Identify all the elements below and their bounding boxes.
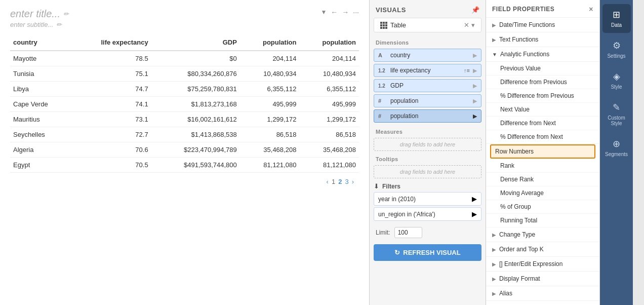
field-name-population1: population bbox=[390, 97, 470, 104]
table-cell: 204,114 bbox=[240, 51, 300, 66]
dimension-field-gdp[interactable]: 1.2 GDP ▶ bbox=[374, 79, 481, 92]
table-cell: 75.1 bbox=[71, 66, 151, 82]
page-next[interactable]: › bbox=[352, 178, 354, 185]
table-row: Mayotte78.5$0204,114204,114 bbox=[10, 51, 359, 66]
dimension-field-country[interactable]: A country ▶ bbox=[374, 49, 481, 62]
section-analytic[interactable]: ▼ Analytic Functions bbox=[486, 47, 599, 62]
table-row: Algeria70.6$223,470,994,78935,468,20835,… bbox=[10, 142, 359, 158]
page-2-current[interactable]: 2 bbox=[338, 178, 342, 185]
tab-segments[interactable]: ⊕ Segments bbox=[602, 133, 631, 162]
tab-settings[interactable]: ⚙ Settings bbox=[602, 35, 631, 64]
analytic-rank[interactable]: Rank bbox=[486, 159, 599, 173]
table-cell: Egypt bbox=[10, 158, 71, 173]
visuals-panel: VISUALS 📌 Table ✕ ▾ Dimensions A country… bbox=[370, 0, 486, 305]
more-options-icon[interactable]: ··· bbox=[353, 8, 359, 16]
section-display-format[interactable]: ▶ Display Format bbox=[486, 272, 599, 286]
tooltips-drag-area[interactable]: drag fields to add here bbox=[374, 165, 481, 178]
tab-style[interactable]: ◈ Style bbox=[602, 66, 631, 95]
chart-type-selector[interactable]: Table ✕ ▾ bbox=[374, 18, 481, 32]
field-expand-arrow[interactable]: ▶ bbox=[473, 67, 477, 74]
viz-title[interactable]: enter title... bbox=[10, 8, 60, 20]
table-row: Egypt70.5$491,593,744,80081,121,08081,12… bbox=[10, 158, 359, 173]
field-expand-arrow[interactable]: ▶ bbox=[473, 113, 477, 120]
field-expand-arrow[interactable]: ▶ bbox=[473, 83, 477, 89]
settings-tab-icon: ⚙ bbox=[613, 40, 621, 51]
filter-region[interactable]: un_region in ('Africa') ▶ bbox=[374, 207, 481, 221]
table-header-cell: life expectancy bbox=[71, 34, 151, 51]
table-cell: 70.6 bbox=[71, 142, 151, 158]
section-alias-label: Alias bbox=[499, 290, 512, 297]
dimension-field-population2[interactable]: # population ▶ bbox=[374, 109, 481, 123]
tab-custom-style[interactable]: ✎ Custom Style bbox=[602, 97, 631, 131]
table-header-cell: population bbox=[240, 34, 300, 51]
field-sort-icon[interactable]: ↑≡ bbox=[464, 67, 470, 73]
dimension-field-population1[interactable]: # population ▶ bbox=[374, 94, 481, 107]
page-prev[interactable]: ‹ bbox=[327, 178, 329, 185]
field-type-icon-hash2: # bbox=[378, 113, 387, 119]
analytic-previous-value[interactable]: Previous Value bbox=[486, 62, 599, 75]
analytic-diff-next[interactable]: Difference from Next bbox=[486, 117, 599, 130]
table-cell: $80,334,260,876 bbox=[151, 66, 240, 82]
viz-controls: ▼ ← → ··· bbox=[320, 8, 359, 16]
table-header-cell: population bbox=[299, 34, 359, 51]
edit-subtitle-icon[interactable]: ✏ bbox=[56, 21, 62, 28]
page-3[interactable]: 3 bbox=[345, 178, 348, 185]
section-alias[interactable]: ▶ Alias bbox=[486, 286, 599, 301]
table-cell: $491,593,744,800 bbox=[151, 158, 240, 173]
table-cell: 1,299,172 bbox=[299, 112, 359, 127]
chevron-down-icon[interactable]: ▾ bbox=[471, 21, 475, 29]
viz-header: enter title... ✏ enter subtitle... ✏ ▼ ←… bbox=[10, 8, 359, 28]
page-1[interactable]: 1 bbox=[332, 178, 335, 185]
analytic-pct-of-group[interactable]: % of Group bbox=[486, 200, 599, 214]
measures-drag-area[interactable]: drag fields to add here bbox=[374, 138, 481, 151]
field-expand-arrow[interactable]: ▶ bbox=[473, 98, 477, 104]
section-datetime[interactable]: ▶ Date/Time Functions bbox=[486, 18, 599, 32]
limit-input[interactable] bbox=[394, 227, 422, 238]
dimension-field-life-expectancy[interactable]: 1.2 life expectancy ↑≡ ▶ bbox=[374, 64, 481, 77]
section-order-topk[interactable]: ▶ Order and Top K bbox=[486, 242, 599, 257]
field-type-icon-hash: # bbox=[378, 98, 387, 104]
table-cell: 86,518 bbox=[299, 127, 359, 142]
tab-data[interactable]: ⊞ Data bbox=[602, 4, 631, 33]
section-text[interactable]: ▶ Text Functions bbox=[486, 32, 599, 47]
table-cell: $223,470,994,789 bbox=[151, 142, 240, 158]
filter-arrow-icon[interactable]: ▶ bbox=[472, 195, 477, 203]
field-name-population2: population bbox=[390, 112, 470, 120]
edit-title-icon[interactable]: ✏ bbox=[63, 10, 69, 18]
limit-row: Limit: bbox=[370, 223, 486, 240]
analytic-moving-average[interactable]: Moving Average bbox=[486, 186, 599, 200]
visuals-header: VISUALS 📌 bbox=[370, 0, 486, 18]
section-display-format-label: Display Format bbox=[499, 275, 540, 282]
visuals-pin-icon[interactable]: 📌 bbox=[471, 6, 480, 14]
section-text-arrow: ▶ bbox=[492, 37, 496, 43]
measures-label: Measures bbox=[370, 127, 486, 137]
field-type-icon-num2: 1.2 bbox=[378, 83, 387, 89]
filter-year[interactable]: year in (2010) ▶ bbox=[374, 192, 481, 206]
segments-tab-icon: ⊕ bbox=[613, 138, 620, 149]
filter-arrow-icon2[interactable]: ▶ bbox=[472, 210, 477, 218]
section-change-type[interactable]: ▶ Change Type bbox=[486, 227, 599, 242]
arrow-right-icon[interactable]: → bbox=[342, 8, 349, 16]
table-cell: 70.5 bbox=[71, 158, 151, 173]
table-cell: 35,468,208 bbox=[299, 142, 359, 158]
table-cell: 495,999 bbox=[240, 97, 300, 112]
viz-subtitle[interactable]: enter subtitle... bbox=[10, 21, 53, 28]
field-expand-arrow[interactable]: ▶ bbox=[473, 52, 477, 59]
analytic-next-value[interactable]: Next Value bbox=[486, 103, 599, 117]
arrow-left-icon[interactable]: ← bbox=[331, 8, 338, 16]
analytic-pct-diff-next[interactable]: % Difference from Next bbox=[486, 130, 599, 144]
analytic-row-numbers[interactable]: Row Numbers bbox=[490, 144, 595, 159]
section-expression[interactable]: ▶ [] Enter/Edit Expression bbox=[486, 257, 599, 272]
pagination: ‹ 1 2 3 › bbox=[10, 173, 359, 187]
refresh-button[interactable]: ↻ REFRESH VISUAL bbox=[374, 244, 481, 261]
filter-icon[interactable]: ▼ bbox=[320, 9, 327, 16]
table-header: countrylife expectancyGDPpopulationpopul… bbox=[10, 34, 359, 51]
analytic-dense-rank[interactable]: Dense Rank bbox=[486, 173, 599, 186]
section-display-format-arrow: ▶ bbox=[492, 276, 496, 282]
analytic-diff-prev[interactable]: Difference from Previous bbox=[486, 75, 599, 89]
analytic-pct-diff-prev[interactable]: % Difference from Previous bbox=[486, 89, 599, 103]
close-button[interactable]: × bbox=[589, 5, 593, 13]
section-change-type-arrow: ▶ bbox=[492, 232, 496, 238]
cross-icon[interactable]: ✕ bbox=[464, 21, 469, 29]
analytic-running-total[interactable]: Running Total bbox=[486, 214, 599, 227]
